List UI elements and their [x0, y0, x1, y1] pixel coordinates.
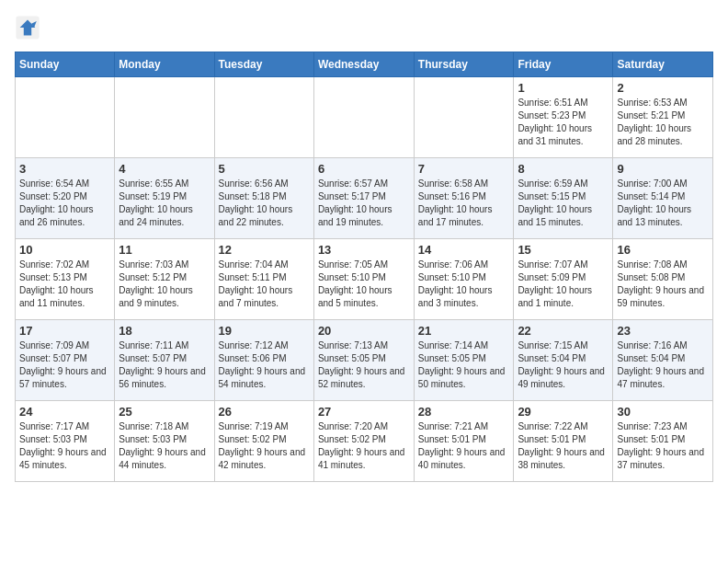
- calendar-cell: 1Sunrise: 6:51 AM Sunset: 5:23 PM Daylig…: [514, 77, 613, 158]
- day-number: 3: [19, 162, 110, 176]
- day-info: Sunrise: 6:59 AM Sunset: 5:15 PM Dayligh…: [518, 178, 609, 229]
- calendar-cell: 13Sunrise: 7:05 AM Sunset: 5:10 PM Dayli…: [313, 239, 414, 320]
- day-info: Sunrise: 7:03 AM Sunset: 5:12 PM Dayligh…: [119, 259, 210, 310]
- day-info: Sunrise: 7:08 AM Sunset: 5:08 PM Dayligh…: [617, 259, 709, 310]
- calendar-cell: [16, 77, 115, 158]
- day-info: Sunrise: 6:56 AM Sunset: 5:18 PM Dayligh…: [219, 178, 310, 229]
- calendar-cell: 6Sunrise: 6:57 AM Sunset: 5:17 PM Daylig…: [313, 158, 414, 239]
- day-number: 19: [219, 324, 310, 338]
- day-number: 22: [518, 324, 609, 338]
- day-number: 6: [318, 162, 410, 176]
- calendar-cell: [414, 77, 514, 158]
- calendar-cell: 3Sunrise: 6:54 AM Sunset: 5:20 PM Daylig…: [16, 158, 115, 239]
- day-info: Sunrise: 7:23 AM Sunset: 5:01 PM Dayligh…: [617, 420, 709, 472]
- day-info: Sunrise: 6:55 AM Sunset: 5:19 PM Dayligh…: [119, 178, 210, 229]
- day-number: 25: [119, 405, 210, 419]
- day-number: 4: [119, 162, 210, 176]
- day-number: 15: [518, 243, 609, 257]
- day-number: 27: [318, 405, 410, 419]
- calendar-cell: 15Sunrise: 7:07 AM Sunset: 5:09 PM Dayli…: [514, 239, 613, 320]
- calendar-cell: 28Sunrise: 7:21 AM Sunset: 5:01 PM Dayli…: [414, 401, 514, 482]
- weekday-header: Thursday: [414, 52, 514, 77]
- logo-icon: [15, 15, 40, 40]
- day-number: 26: [219, 405, 310, 419]
- day-info: Sunrise: 7:05 AM Sunset: 5:10 PM Dayligh…: [318, 259, 410, 310]
- calendar-cell: 25Sunrise: 7:18 AM Sunset: 5:03 PM Dayli…: [115, 401, 214, 482]
- day-number: 13: [318, 243, 410, 257]
- day-info: Sunrise: 7:20 AM Sunset: 5:02 PM Dayligh…: [318, 420, 410, 472]
- day-number: 10: [19, 243, 110, 257]
- calendar-week-row: 1Sunrise: 6:51 AM Sunset: 5:23 PM Daylig…: [16, 77, 713, 158]
- day-number: 18: [119, 324, 210, 338]
- day-number: 2: [617, 81, 709, 95]
- weekday-header: Monday: [115, 52, 214, 77]
- calendar-cell: 24Sunrise: 7:17 AM Sunset: 5:03 PM Dayli…: [16, 401, 115, 482]
- day-info: Sunrise: 7:16 AM Sunset: 5:04 PM Dayligh…: [617, 339, 709, 391]
- day-info: Sunrise: 7:11 AM Sunset: 5:07 PM Dayligh…: [119, 339, 210, 391]
- calendar-week-row: 10Sunrise: 7:02 AM Sunset: 5:13 PM Dayli…: [16, 239, 713, 320]
- calendar-week-row: 17Sunrise: 7:09 AM Sunset: 5:07 PM Dayli…: [16, 320, 713, 401]
- calendar-cell: 8Sunrise: 6:59 AM Sunset: 5:15 PM Daylig…: [514, 158, 613, 239]
- day-number: 28: [418, 405, 510, 419]
- calendar-cell: 22Sunrise: 7:15 AM Sunset: 5:04 PM Dayli…: [514, 320, 613, 401]
- calendar-cell: 7Sunrise: 6:58 AM Sunset: 5:16 PM Daylig…: [414, 158, 514, 239]
- day-info: Sunrise: 6:51 AM Sunset: 5:23 PM Dayligh…: [518, 97, 609, 148]
- calendar-cell: 11Sunrise: 7:03 AM Sunset: 5:12 PM Dayli…: [115, 239, 214, 320]
- calendar-cell: 21Sunrise: 7:14 AM Sunset: 5:05 PM Dayli…: [414, 320, 514, 401]
- calendar-cell: 9Sunrise: 7:00 AM Sunset: 5:14 PM Daylig…: [613, 158, 713, 239]
- day-number: 12: [219, 243, 310, 257]
- weekday-header: Wednesday: [313, 52, 414, 77]
- calendar-week-row: 24Sunrise: 7:17 AM Sunset: 5:03 PM Dayli…: [16, 401, 713, 482]
- day-info: Sunrise: 7:22 AM Sunset: 5:01 PM Dayligh…: [518, 420, 609, 472]
- day-info: Sunrise: 7:09 AM Sunset: 5:07 PM Dayligh…: [19, 339, 110, 391]
- day-info: Sunrise: 7:19 AM Sunset: 5:02 PM Dayligh…: [219, 420, 310, 472]
- calendar-cell: 26Sunrise: 7:19 AM Sunset: 5:02 PM Dayli…: [214, 401, 313, 482]
- day-info: Sunrise: 7:12 AM Sunset: 5:06 PM Dayligh…: [219, 339, 310, 391]
- calendar-week-row: 3Sunrise: 6:54 AM Sunset: 5:20 PM Daylig…: [16, 158, 713, 239]
- day-info: Sunrise: 7:06 AM Sunset: 5:10 PM Dayligh…: [418, 259, 510, 310]
- day-number: 14: [418, 243, 510, 257]
- header: [15, 15, 713, 40]
- day-number: 21: [418, 324, 510, 338]
- day-info: Sunrise: 7:04 AM Sunset: 5:11 PM Dayligh…: [219, 259, 310, 310]
- calendar-cell: 27Sunrise: 7:20 AM Sunset: 5:02 PM Dayli…: [313, 401, 414, 482]
- calendar: SundayMondayTuesdayWednesdayThursdayFrid…: [15, 52, 713, 482]
- day-number: 5: [219, 162, 310, 176]
- day-info: Sunrise: 7:21 AM Sunset: 5:01 PM Dayligh…: [418, 420, 510, 472]
- day-info: Sunrise: 7:18 AM Sunset: 5:03 PM Dayligh…: [119, 420, 210, 472]
- calendar-cell: 17Sunrise: 7:09 AM Sunset: 5:07 PM Dayli…: [16, 320, 115, 401]
- calendar-cell: 14Sunrise: 7:06 AM Sunset: 5:10 PM Dayli…: [414, 239, 514, 320]
- day-number: 11: [119, 243, 210, 257]
- calendar-cell: [115, 77, 214, 158]
- day-info: Sunrise: 6:58 AM Sunset: 5:16 PM Dayligh…: [418, 178, 510, 229]
- day-number: 30: [617, 405, 709, 419]
- day-number: 29: [518, 405, 609, 419]
- weekday-header: Sunday: [16, 52, 115, 77]
- day-number: 8: [518, 162, 609, 176]
- day-number: 24: [19, 405, 110, 419]
- day-number: 23: [617, 324, 709, 338]
- day-info: Sunrise: 7:13 AM Sunset: 5:05 PM Dayligh…: [318, 339, 410, 391]
- weekday-header: Tuesday: [214, 52, 313, 77]
- day-info: Sunrise: 7:07 AM Sunset: 5:09 PM Dayligh…: [518, 259, 609, 310]
- day-info: Sunrise: 7:14 AM Sunset: 5:05 PM Dayligh…: [418, 339, 510, 391]
- calendar-cell: 18Sunrise: 7:11 AM Sunset: 5:07 PM Dayli…: [115, 320, 214, 401]
- calendar-cell: 30Sunrise: 7:23 AM Sunset: 5:01 PM Dayli…: [613, 401, 713, 482]
- day-number: 1: [518, 81, 609, 95]
- day-info: Sunrise: 7:17 AM Sunset: 5:03 PM Dayligh…: [19, 420, 110, 472]
- day-number: 16: [617, 243, 709, 257]
- day-number: 17: [19, 324, 110, 338]
- calendar-cell: 16Sunrise: 7:08 AM Sunset: 5:08 PM Dayli…: [613, 239, 713, 320]
- calendar-cell: 2Sunrise: 6:53 AM Sunset: 5:21 PM Daylig…: [613, 77, 713, 158]
- day-info: Sunrise: 7:15 AM Sunset: 5:04 PM Dayligh…: [518, 339, 609, 391]
- day-number: 20: [318, 324, 410, 338]
- calendar-cell: 10Sunrise: 7:02 AM Sunset: 5:13 PM Dayli…: [16, 239, 115, 320]
- day-info: Sunrise: 6:54 AM Sunset: 5:20 PM Dayligh…: [19, 178, 110, 229]
- calendar-header-row: SundayMondayTuesdayWednesdayThursdayFrid…: [16, 52, 713, 77]
- calendar-cell: 29Sunrise: 7:22 AM Sunset: 5:01 PM Dayli…: [514, 401, 613, 482]
- logo: [15, 15, 44, 40]
- calendar-cell: 19Sunrise: 7:12 AM Sunset: 5:06 PM Dayli…: [214, 320, 313, 401]
- day-number: 7: [418, 162, 510, 176]
- day-info: Sunrise: 7:02 AM Sunset: 5:13 PM Dayligh…: [19, 259, 110, 310]
- calendar-cell: 4Sunrise: 6:55 AM Sunset: 5:19 PM Daylig…: [115, 158, 214, 239]
